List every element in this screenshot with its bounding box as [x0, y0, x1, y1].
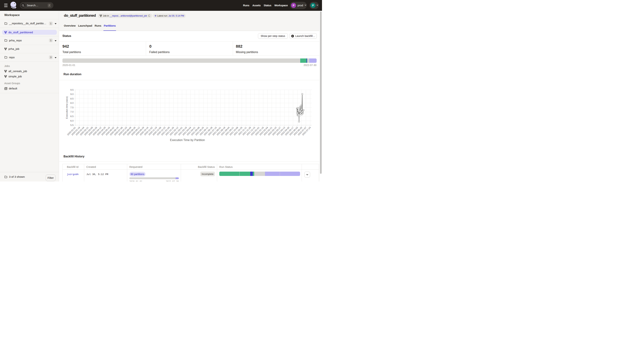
svg-text:8.5: 8.5	[70, 97, 74, 100]
svg-text:Execution time (secs): Execution time (secs)	[66, 96, 68, 119]
svg-text:9.0: 9.0	[70, 93, 74, 96]
svg-text:6.5: 6.5	[70, 115, 74, 118]
svg-text:9.5: 9.5	[70, 88, 74, 91]
svg-text:Execution Time by Partition: Execution Time by Partition	[170, 138, 205, 142]
svg-text:7.5: 7.5	[70, 106, 74, 109]
svg-text:6.0: 6.0	[70, 120, 74, 122]
svg-text:8.0: 8.0	[70, 102, 74, 104]
svg-text:5.5: 5.5	[70, 124, 74, 126]
svg-text:7.0: 7.0	[70, 110, 74, 113]
